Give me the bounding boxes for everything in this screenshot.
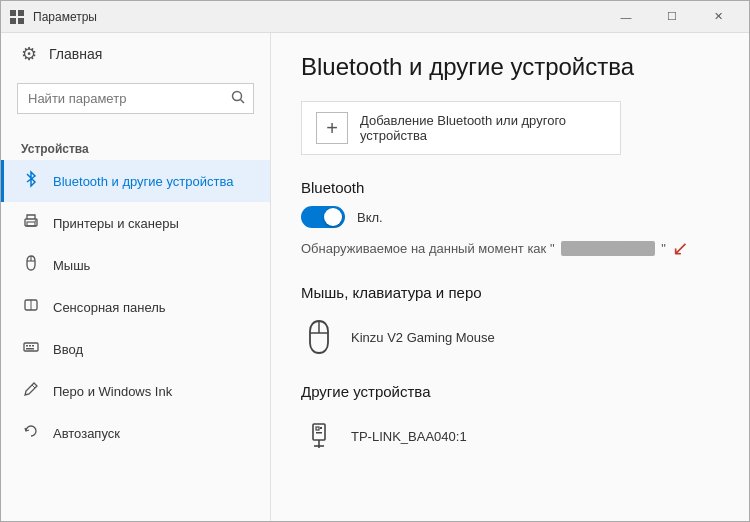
search-box [17, 83, 254, 114]
add-device-label: Добавление Bluetooth или другого устройс… [360, 113, 606, 143]
svg-point-8 [35, 220, 37, 222]
toggle-knob [324, 208, 342, 226]
minimize-button[interactable]: — [603, 1, 649, 33]
sidebar-section-label: Устройства [1, 130, 270, 160]
home-label: Главная [49, 46, 102, 62]
close-button[interactable]: ✕ [695, 1, 741, 33]
sidebar-item-touchpad[interactable]: Сенсорная панель [1, 286, 270, 328]
main-content: Bluetooth и другие устройства + Добавлен… [271, 33, 749, 521]
svg-rect-3 [18, 18, 24, 24]
svg-line-18 [32, 385, 35, 388]
sidebar-item-mouse[interactable]: Мышь [1, 244, 270, 286]
tp-link-device-name: TP-LINK_BAA040:1 [351, 429, 467, 444]
autorun-icon [21, 422, 41, 444]
svg-point-4 [233, 92, 242, 101]
svg-rect-22 [316, 427, 319, 430]
mouse-device-name: Kinzu V2 Gaming Mouse [351, 330, 495, 345]
sidebar-item-bluetooth-label: Bluetooth и другие устройства [53, 174, 233, 189]
other-devices-section: Другие устройства TP-LINK_BAA040:1 [301, 383, 719, 462]
sidebar-item-input-label: Ввод [53, 342, 83, 357]
window-title: Параметры [33, 10, 97, 24]
mouse-device-item: Kinzu V2 Gaming Mouse [301, 311, 719, 363]
discoverable-text: Обнаруживаемое на данный момент как "XXX… [301, 236, 719, 260]
page-title: Bluetooth и другие устройства [301, 53, 719, 81]
sidebar: ⚙ Главная Устройства [1, 33, 271, 521]
mouse-keyboard-section: Мышь, клавиатура и перо Kinzu V2 Gaming … [301, 284, 719, 363]
bluetooth-icon [21, 170, 41, 192]
sidebar-item-mouse-label: Мышь [53, 258, 90, 273]
tp-link-device-item: TP-LINK_BAA040:1 [301, 410, 719, 462]
bluetooth-toggle-label: Вкл. [357, 210, 383, 225]
svg-rect-13 [24, 343, 38, 351]
search-button[interactable] [223, 84, 253, 113]
mouse-icon [303, 319, 335, 355]
title-bar: Параметры — ☐ ✕ [1, 1, 749, 33]
sidebar-item-home[interactable]: ⚙ Главная [1, 33, 270, 75]
sidebar-item-touchpad-label: Сенсорная панель [53, 300, 166, 315]
sidebar-item-input[interactable]: Ввод [1, 328, 270, 370]
app-icon [9, 9, 25, 25]
touchpad-icon [21, 296, 41, 318]
svg-rect-1 [18, 10, 24, 16]
search-input[interactable] [18, 85, 223, 112]
svg-rect-14 [26, 345, 28, 347]
bluetooth-section-title: Bluetooth [301, 179, 719, 196]
search-icon [231, 90, 245, 104]
input-icon [21, 338, 41, 360]
mouse-nav-icon [21, 254, 41, 276]
home-icon: ⚙ [21, 43, 37, 65]
settings-window: Параметры — ☐ ✕ ⚙ Главная [0, 0, 750, 522]
sidebar-item-printers-label: Принтеры и сканеры [53, 216, 179, 231]
sidebar-item-pen[interactable]: Перо и Windows Ink [1, 370, 270, 412]
sidebar-item-printers[interactable]: Принтеры и сканеры [1, 202, 270, 244]
discoverable-prefix: Обнаруживаемое на данный момент как " [301, 241, 555, 256]
svg-rect-16 [32, 345, 34, 347]
svg-rect-23 [320, 427, 322, 429]
other-devices-title: Другие устройства [301, 383, 719, 400]
printer-icon [21, 212, 41, 234]
maximize-button[interactable]: ☐ [649, 1, 695, 33]
sidebar-item-pen-label: Перо и Windows Ink [53, 384, 172, 399]
mouse-device-icon [301, 319, 337, 355]
bluetooth-section: Bluetooth Вкл. Обнаруживаемое на данный … [301, 179, 719, 260]
svg-rect-0 [10, 10, 16, 16]
mouse-keyboard-title: Мышь, клавиатура и перо [301, 284, 719, 301]
title-bar-left: Параметры [9, 9, 97, 25]
arrow-indicator: ↙ [672, 236, 689, 260]
sidebar-item-autorun-label: Автозапуск [53, 426, 120, 441]
pen-icon [21, 380, 41, 402]
svg-rect-15 [29, 345, 31, 347]
add-device-button[interactable]: + Добавление Bluetooth или другого устро… [301, 101, 621, 155]
tp-link-device-icon [301, 418, 337, 454]
bluetooth-toggle-row: Вкл. [301, 206, 719, 228]
bluetooth-toggle[interactable] [301, 206, 345, 228]
usb-device-icon [303, 418, 335, 454]
svg-rect-2 [10, 18, 16, 24]
sidebar-item-autorun[interactable]: Автозапуск [1, 412, 270, 454]
add-device-icon: + [316, 112, 348, 144]
device-name-redacted: XXXXXXXXXX [561, 241, 656, 256]
content-area: ⚙ Главная Устройства [1, 33, 749, 521]
sidebar-item-bluetooth[interactable]: Bluetooth и другие устройства [1, 160, 270, 202]
discoverable-suffix: " [661, 241, 666, 256]
svg-line-5 [241, 100, 245, 104]
svg-rect-17 [26, 348, 34, 350]
title-controls: — ☐ ✕ [603, 1, 741, 33]
svg-rect-24 [316, 432, 322, 434]
